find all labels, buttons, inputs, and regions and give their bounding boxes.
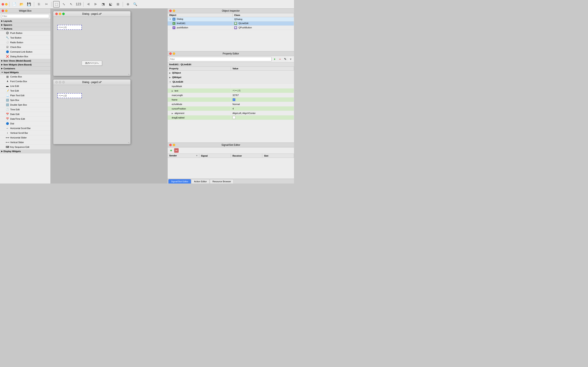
oi-close-btn[interactable] [169, 9, 172, 12]
prop-add-btn[interactable]: + [272, 57, 277, 61]
widget-item-command-link-button[interactable]: 🔵 Command Link Button [0, 50, 51, 54]
prop-echomode-value[interactable]: Normal [231, 102, 294, 106]
zoom-btn[interactable]: 🔍 [132, 1, 138, 8]
align-right-btn[interactable]: ⫸ [93, 1, 99, 8]
widget-item-vscrollbar[interactable]: ↕ Vertical Scroll Bar [0, 131, 51, 135]
category-input-widgets[interactable]: Input Widgets [0, 71, 51, 75]
prop-frame-value[interactable]: ✓ [231, 98, 294, 102]
signal-remove-btn[interactable]: − [174, 148, 179, 153]
prop-alignment-value[interactable]: AlignLeft, AlignVCenter [231, 111, 294, 115]
dialog1-min-btn[interactable] [59, 13, 61, 15]
dialog2-resize-handle[interactable]: ⤡ [128, 142, 130, 144]
signal-add-btn[interactable]: + [169, 148, 173, 153]
pointer-tool-btn[interactable]: ↖ [68, 1, 74, 8]
widget-item-combo-box[interactable]: ▤ Combo Box [0, 75, 51, 79]
prop-cursorposition-value[interactable]: 4 [231, 106, 294, 111]
dialog1-next-button[interactable]: 次のページへ [82, 60, 102, 66]
object-inspector-scroll[interactable]: Object Class ▼ D Dialog QDialog [168, 13, 294, 51]
frame-checkbox[interactable]: ✓ [233, 98, 235, 101]
prop-edit-btn[interactable]: ✎ [283, 57, 287, 61]
widget-item-hslider[interactable]: ⟺ Horizontal Slider [0, 135, 51, 140]
oi-row-dialog[interactable]: ▼ D Dialog QDialog [168, 17, 294, 21]
prop-maxlength-value[interactable]: 32767 [231, 93, 294, 98]
prop-row-cursorposition[interactable]: cursorPosition 4 [168, 106, 294, 111]
widget-item-spin-box[interactable]: 🔢 Spin Box [0, 98, 51, 103]
widget-item-tool-button[interactable]: 🔧 Tool Button [0, 35, 51, 40]
prop-row-maxlength[interactable]: maxLength 32767 [168, 93, 294, 98]
align-left-btn[interactable]: ⫷ [85, 1, 92, 8]
open-file-btn[interactable]: 📂 [18, 1, 25, 8]
dialog2-content[interactable]: ページ2 ⤡ [53, 85, 130, 144]
dialog1-resize-handle[interactable]: ⤡ [128, 73, 130, 75]
prop-section-qlineedit[interactable]: ▼ QLineEdit [168, 80, 294, 84]
grid-btn[interactable]: ⊞ [114, 1, 121, 8]
tab-resource-browser[interactable]: Resource Browser [210, 179, 233, 184]
prop-row-dragenabled[interactable]: dragEnabled [168, 115, 294, 120]
widget-item-line-edit[interactable]: ▬ Line Edit [0, 84, 51, 89]
oi-row-pushbutton[interactable]: P pushButton ⬜ QPushButton [168, 26, 294, 30]
prop-filter-input[interactable] [169, 57, 272, 61]
dialog2-min-btn[interactable] [59, 81, 61, 83]
category-layouts[interactable]: Layouts [0, 19, 51, 23]
category-display-widgets[interactable]: Display Widgets [0, 150, 51, 153]
widget-item-datetime-edit[interactable]: 📅 Date/Time Edit [0, 117, 51, 121]
ss-min-btn[interactable] [173, 144, 175, 146]
save-file-btn[interactable]: 💾 [26, 1, 32, 8]
dialog1-content[interactable]: ページ1 次のページへ ⤡ [53, 17, 130, 76]
new-file-btn[interactable]: 📄 [11, 1, 17, 8]
category-containers[interactable]: Containers [0, 67, 51, 71]
canvas-area[interactable]: Dialog - page1.ui* ページ1 次のページへ ⤡ [51, 8, 167, 184]
dialog1-line-edit[interactable]: ページ1 [57, 25, 82, 30]
widget-box-close-btn[interactable] [2, 9, 4, 12]
dragenabled-checkbox[interactable] [233, 116, 235, 119]
category-buttons[interactable]: Buttons [0, 27, 51, 31]
dialog1-titlebar[interactable]: Dialog - page1.ui* [53, 11, 130, 17]
prop-row-alignment[interactable]: ▶ alignment AlignLeft, AlignVCenter [168, 111, 294, 115]
prop-dragenabled-value[interactable] [231, 115, 294, 120]
prop-row-frame[interactable]: frame ✓ [168, 98, 294, 102]
category-spacers[interactable]: Spacers [0, 23, 51, 27]
prop-row-text[interactable]: ▶ text ページ1 [168, 89, 294, 93]
dialog1-close-btn[interactable] [55, 13, 58, 15]
widget-item-font-combo-box[interactable]: 𝐀 Font Combo Box [0, 79, 51, 84]
tab-signal-slot-editor[interactable]: Signal/Slot Editor [168, 179, 191, 184]
ss-close-btn[interactable] [169, 144, 172, 146]
select-tool-btn[interactable]: ⬚ [53, 1, 60, 8]
align-hcenter-btn[interactable]: ⬔ [100, 1, 106, 8]
oi-min-btn[interactable] [173, 9, 175, 12]
signal-table-wrap[interactable]: Sender ▾ Signal Receiver Slot [168, 154, 294, 179]
dialog2-titlebar[interactable]: Dialog - page2.ui* [53, 80, 130, 85]
dialog2-line-edit[interactable]: ページ2 [57, 93, 82, 98]
prop-section-qobject[interactable]: ▶ QObject [168, 71, 294, 75]
pe-close-btn[interactable] [169, 52, 172, 55]
prop-remove-btn[interactable]: − [278, 57, 282, 61]
category-item-views[interactable]: Item Views (Model-Based) [0, 59, 51, 63]
widget-item-time-edit[interactable]: 🕐 Time Edit [0, 107, 51, 112]
app-min-btn[interactable] [5, 3, 8, 6]
widget-item-check-box[interactable]: ☑ Check Box [0, 45, 51, 50]
widget-item-dialog-button-box[interactable]: ❌ Dialog Button Box [0, 54, 51, 59]
prop-section-qwidget[interactable]: ▶ QWidget [168, 75, 294, 80]
tab-action-editor[interactable]: Action Editor [191, 179, 209, 184]
prop-inputmask-value[interactable] [231, 84, 294, 89]
copy-btn[interactable]: ⎘ [36, 1, 42, 8]
pe-min-btn[interactable] [173, 52, 175, 55]
resize-tool-btn[interactable]: ⤡ [61, 1, 67, 8]
dialog1-max-btn[interactable] [62, 13, 65, 15]
app-close-btn[interactable] [2, 3, 4, 6]
tab-order-btn[interactable]: 123 [75, 1, 82, 8]
prop-text-value[interactable]: ページ1 [231, 89, 294, 93]
preview-btn[interactable]: ⊕ [125, 1, 131, 8]
widget-box-filter-input[interactable] [1, 14, 49, 18]
widget-item-vslider[interactable]: ⟻ Vertical Slider [0, 140, 51, 145]
widget-item-text-edit[interactable]: 📝 Text Edit [0, 89, 51, 93]
dialog2-close-btn[interactable] [55, 81, 58, 83]
oi-row-lineedit[interactable]: L lineEdit1 ⬜ QLineEdit [168, 21, 294, 26]
dialog2-max-btn[interactable] [62, 81, 65, 83]
sender-sort-icon[interactable]: ▾ [196, 154, 198, 157]
widget-item-date-edit[interactable]: 📅 Date Edit [0, 112, 51, 117]
widget-item-radio-button[interactable]: ⚪ Radio Button [0, 40, 51, 45]
prop-row-inputmask[interactable]: inputMask [168, 84, 294, 89]
widget-item-key-sequence-edit[interactable]: ⌨ Key Sequence Edit [0, 145, 51, 150]
prop-row-echomode[interactable]: echoMode Normal [168, 102, 294, 106]
